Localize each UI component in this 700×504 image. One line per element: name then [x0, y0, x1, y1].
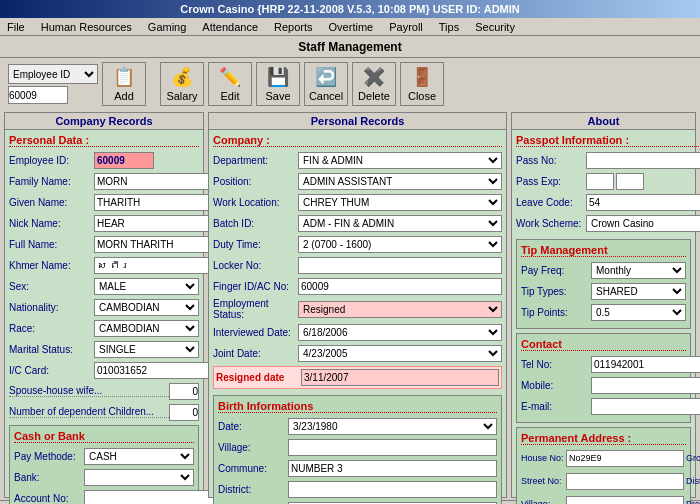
street-no-input[interactable]: [566, 473, 684, 490]
menu-overtime[interactable]: Overtime: [326, 20, 377, 34]
menu-tips[interactable]: Tips: [436, 20, 462, 34]
bank-select[interactable]: [84, 469, 194, 486]
birth-date-select[interactable]: 3/23/1980: [288, 418, 497, 435]
tel-no-row: Tel No:: [521, 355, 686, 373]
page-title: Staff Management: [4, 40, 696, 54]
department-label: Department:: [213, 155, 298, 166]
work-scheme-label: Work Scheme:: [516, 218, 586, 229]
duty-time-select[interactable]: 2 (0700 - 1600): [298, 236, 502, 253]
email-label: E-mail:: [521, 401, 591, 412]
menu-gaming[interactable]: Gaming: [145, 20, 190, 34]
mobile-input[interactable]: [591, 377, 700, 394]
close-button[interactable]: 🚪 Close: [400, 62, 444, 106]
race-select[interactable]: CAMBODIAN: [94, 320, 199, 337]
company-records-panel: Company Records Personal Data : Employee…: [4, 112, 204, 498]
interviewed-date-select[interactable]: 6/18/2006: [298, 324, 502, 341]
pay-freq-label: Pay Freq:: [521, 265, 591, 276]
ic-card-row: I/C Card:: [9, 361, 199, 379]
resigned-date-row: Resigned date: [213, 366, 502, 389]
permanent-address-section: Permanent Address : House No: Group No: …: [516, 427, 691, 504]
tip-points-select[interactable]: 0.5: [591, 304, 686, 321]
spouse-label: Spouse-house wife...: [9, 385, 169, 397]
race-label: Race:: [9, 323, 94, 334]
pay-freq-select[interactable]: Monthly: [591, 262, 686, 279]
cancel-button[interactable]: ↩️ Cancel: [304, 62, 348, 106]
tip-management-header: Tip Management: [521, 244, 686, 257]
batch-label: Batch ID:: [213, 218, 298, 229]
pass-no-input[interactable]: [586, 152, 700, 169]
pass-exp-input2[interactable]: [616, 173, 644, 190]
main-content: Company Records Personal Data : Employee…: [0, 110, 700, 500]
company-records-title: Company Records: [5, 113, 203, 130]
perm-village-label: Village:: [521, 499, 566, 504]
pay-method-label: Pay Methode:: [14, 451, 84, 462]
add-button[interactable]: 📋 Add: [102, 62, 146, 106]
duty-time-label: Duty Time:: [213, 239, 298, 250]
house-no-input[interactable]: [566, 450, 684, 467]
department-select[interactable]: FIN & ADMIN: [298, 152, 502, 169]
email-input[interactable]: [591, 398, 700, 415]
search-dropdown[interactable]: Employee ID: [8, 64, 98, 84]
birth-date-label: Date:: [218, 421, 288, 432]
account-no-input[interactable]: [84, 490, 217, 505]
spouse-input[interactable]: [169, 383, 199, 400]
address-grid: House No: Group No: Street No: District:…: [521, 449, 686, 504]
birth-commune-input[interactable]: [288, 460, 497, 477]
employment-status-select[interactable]: Resigned: [298, 301, 502, 318]
mobile-label: Mobile:: [521, 380, 591, 391]
birth-village-label: Village:: [218, 442, 288, 453]
family-name-label: Family Name:: [9, 176, 94, 187]
employment-status-label: Employment Status:: [213, 298, 298, 320]
employment-status-row: Employment Status: Resigned: [213, 298, 502, 320]
photo-section: Passpot Information : Pass No: Pass Exp:…: [516, 134, 691, 235]
pass-exp-input1[interactable]: [586, 173, 614, 190]
salary-button[interactable]: 💰 Salary: [160, 62, 204, 106]
joint-date-label: Joint Date:: [213, 348, 298, 359]
interviewed-date-label: Interviewed Date:: [213, 327, 298, 338]
leave-code-input[interactable]: [586, 194, 700, 211]
account-no-row: Account No:: [14, 489, 194, 504]
district-label: District:: [686, 476, 700, 486]
birth-district-input[interactable]: [288, 481, 497, 498]
position-select[interactable]: ADMIN ASSISTANT: [298, 173, 502, 190]
about-panel: About Passpot Information : Pass No: Pas…: [511, 112, 696, 498]
personal-records-title: Personal Records: [209, 113, 506, 130]
menu-hr[interactable]: Human Resources: [38, 20, 135, 34]
menu-security[interactable]: Security: [472, 20, 518, 34]
finger-ac-input[interactable]: [298, 278, 502, 295]
locker-no-input[interactable]: [298, 257, 502, 274]
batch-select[interactable]: ADM - FIN & ADMIN: [298, 215, 502, 232]
employee-id-input[interactable]: [94, 152, 154, 169]
marital-status-select[interactable]: SINGLE: [94, 341, 199, 358]
tip-types-select[interactable]: SHARED: [591, 283, 686, 300]
sex-label: Sex:: [9, 281, 94, 292]
house-no-row: House No:: [521, 449, 684, 467]
sex-select[interactable]: MALE FEMALE: [94, 278, 199, 295]
contact-section: Contact Tel No: Mobile: E-mail:: [516, 333, 691, 423]
save-button[interactable]: 💾 Save: [256, 62, 300, 106]
interviewed-date-row: Interviewed Date: 6/18/2006: [213, 323, 502, 341]
search-input[interactable]: [8, 86, 68, 104]
children-input[interactable]: [169, 404, 199, 421]
edit-button[interactable]: ✏️ Edit: [208, 62, 252, 106]
birth-commune-label: Commune:: [218, 463, 288, 474]
joint-date-select[interactable]: 4/23/2005: [298, 345, 502, 362]
resigned-date-input[interactable]: [301, 369, 499, 386]
menu-attendance[interactable]: Attendance: [199, 20, 261, 34]
menu-reports[interactable]: Reports: [271, 20, 316, 34]
nationality-row: Nationality: CAMBODIAN: [9, 298, 199, 316]
title-bar: Crown Casino {HRP 22-11-2008 V.5.3, 10:0…: [0, 0, 700, 18]
birth-village-input[interactable]: [288, 439, 497, 456]
delete-button[interactable]: ✖️ Delete: [352, 62, 396, 106]
menu-payroll[interactable]: Payroll: [386, 20, 426, 34]
pay-method-select[interactable]: CASH BANK: [84, 448, 194, 465]
tel-no-input[interactable]: [591, 356, 700, 373]
menu-file[interactable]: File: [4, 20, 28, 34]
pass-exp-label: Pass Exp:: [516, 176, 586, 187]
cash-or-bank-section: Cash or Bank Pay Methode: CASH BANK Bank…: [9, 425, 199, 504]
work-scheme-select[interactable]: Crown Casino: [586, 215, 700, 232]
work-location-select[interactable]: CHREY THUM: [298, 194, 502, 211]
nationality-select[interactable]: CAMBODIAN: [94, 299, 199, 316]
cash-or-bank-header: Cash or Bank: [14, 430, 194, 443]
leave-code-label: Leave Code:: [516, 197, 586, 208]
